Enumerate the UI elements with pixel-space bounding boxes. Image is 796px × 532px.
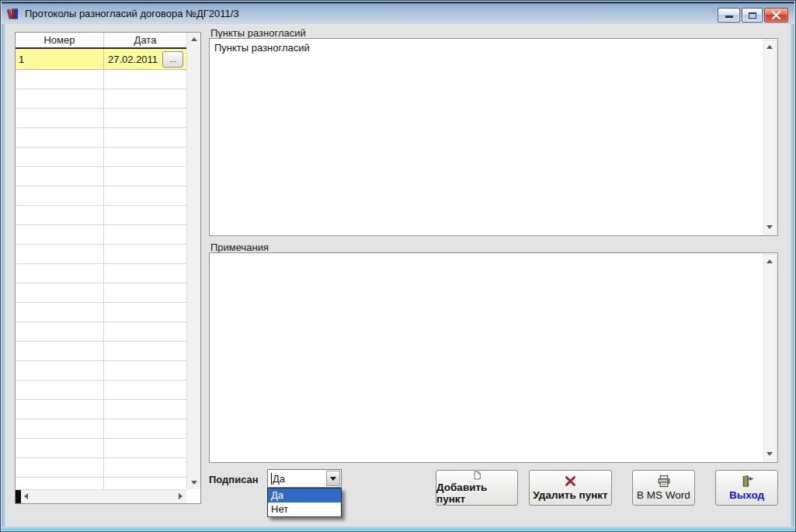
table-row[interactable] bbox=[16, 419, 186, 439]
cell-number[interactable] bbox=[16, 478, 104, 489]
cell-date[interactable] bbox=[104, 439, 186, 457]
cell-number[interactable]: 1 bbox=[16, 49, 104, 69]
cell-date[interactable] bbox=[104, 128, 186, 147]
dropdown-option-no[interactable]: Нет bbox=[268, 502, 341, 516]
cell-date[interactable] bbox=[104, 419, 186, 438]
cell-date[interactable] bbox=[104, 109, 186, 127]
table-row[interactable] bbox=[16, 89, 186, 109]
cell-date[interactable] bbox=[104, 342, 186, 360]
cell-number[interactable] bbox=[16, 128, 104, 147]
table-row[interactable] bbox=[16, 70, 186, 89]
points-text[interactable]: Пункты разногласий bbox=[210, 39, 763, 235]
scroll-down-icon[interactable] bbox=[766, 225, 773, 229]
close-button[interactable] bbox=[764, 8, 788, 23]
cell-date[interactable] bbox=[104, 381, 186, 399]
scroll-right-icon[interactable] bbox=[179, 493, 182, 499]
exit-button[interactable]: Выход bbox=[715, 470, 778, 506]
cell-date[interactable] bbox=[104, 206, 186, 224]
scroll-up-icon[interactable] bbox=[766, 45, 773, 49]
scroll-up-icon[interactable] bbox=[191, 37, 197, 41]
table-row[interactable] bbox=[16, 264, 186, 283]
scroll-up-icon[interactable] bbox=[766, 259, 773, 263]
export-word-button[interactable]: В MS Word bbox=[632, 470, 695, 506]
points-scrollbar[interactable] bbox=[763, 40, 777, 235]
cell-number[interactable] bbox=[16, 186, 104, 205]
cell-date[interactable] bbox=[104, 225, 186, 244]
cell-number[interactable] bbox=[16, 419, 104, 438]
cell-date[interactable] bbox=[104, 478, 186, 489]
notes-text[interactable] bbox=[210, 253, 763, 462]
cell-number[interactable] bbox=[16, 245, 104, 263]
cell-number[interactable] bbox=[16, 148, 104, 166]
cell-number[interactable] bbox=[16, 400, 104, 419]
table-row[interactable] bbox=[16, 361, 186, 381]
cell-number[interactable] bbox=[16, 70, 104, 89]
table-row[interactable] bbox=[16, 109, 186, 128]
table-row[interactable] bbox=[16, 400, 186, 419]
minimize-button[interactable] bbox=[718, 8, 740, 23]
column-header-date[interactable]: Дата bbox=[104, 33, 186, 47]
table-row[interactable] bbox=[16, 148, 186, 167]
cell-number[interactable] bbox=[16, 381, 104, 399]
cell-date[interactable] bbox=[104, 361, 186, 380]
table-row[interactable] bbox=[16, 206, 186, 225]
table-row[interactable] bbox=[16, 458, 186, 478]
cell-number[interactable] bbox=[16, 167, 104, 186]
cell-date[interactable] bbox=[104, 186, 186, 205]
maximize-button[interactable] bbox=[742, 8, 763, 23]
cell-date[interactable] bbox=[104, 283, 186, 302]
table-vertical-scrollbar[interactable] bbox=[186, 33, 200, 489]
table-row[interactable] bbox=[16, 439, 186, 458]
cell-date[interactable] bbox=[104, 400, 186, 419]
cell-date[interactable] bbox=[104, 89, 186, 108]
cell-number[interactable] bbox=[16, 206, 104, 224]
signed-combobox[interactable]: Да bbox=[267, 469, 342, 488]
table-row[interactable] bbox=[16, 342, 186, 361]
cell-number[interactable] bbox=[16, 458, 104, 477]
table-row[interactable] bbox=[16, 381, 186, 400]
scroll-down-icon[interactable] bbox=[766, 452, 773, 456]
cell-date[interactable] bbox=[104, 167, 186, 186]
date-picker-button[interactable]: ... bbox=[162, 51, 183, 68]
cell-date[interactable] bbox=[104, 70, 186, 89]
cell-date[interactable] bbox=[104, 245, 186, 263]
title-bar[interactable]: Протоколы разногласий договора №ДГ2011/3 bbox=[2, 2, 794, 24]
cell-number[interactable] bbox=[16, 361, 104, 380]
cell-date[interactable] bbox=[104, 322, 186, 341]
column-header-number[interactable]: Номер bbox=[16, 33, 104, 47]
cell-date[interactable] bbox=[104, 458, 186, 477]
cell-number[interactable] bbox=[16, 225, 104, 244]
table-horizontal-scrollbar[interactable] bbox=[16, 489, 186, 503]
table-row[interactable] bbox=[16, 128, 186, 148]
table-row[interactable] bbox=[16, 283, 186, 303]
table-row[interactable] bbox=[16, 245, 186, 264]
cell-number[interactable] bbox=[16, 109, 104, 127]
scroll-down-icon[interactable] bbox=[191, 481, 197, 485]
table-row[interactable] bbox=[16, 186, 186, 206]
scrollbar-thumb[interactable] bbox=[16, 490, 21, 503]
notes-scrollbar[interactable] bbox=[763, 254, 777, 461]
dropdown-option-yes[interactable]: Да bbox=[268, 489, 341, 502]
table-row[interactable] bbox=[16, 322, 186, 342]
cell-number[interactable] bbox=[16, 342, 104, 360]
cell-number[interactable] bbox=[16, 322, 104, 341]
add-item-button[interactable]: Добавить пункт bbox=[436, 470, 518, 506]
scroll-left-icon[interactable] bbox=[24, 493, 28, 499]
cell-number[interactable] bbox=[16, 264, 104, 283]
cell-date[interactable] bbox=[104, 303, 186, 322]
notes-textarea[interactable] bbox=[209, 252, 778, 463]
delete-item-button[interactable]: Удалить пункт bbox=[529, 470, 612, 506]
cell-number[interactable] bbox=[16, 89, 104, 108]
cell-date[interactable] bbox=[104, 264, 186, 283]
combo-dropdown-button[interactable] bbox=[326, 471, 340, 486]
cell-date[interactable] bbox=[104, 148, 186, 166]
table-row[interactable] bbox=[16, 303, 186, 322]
signed-value[interactable]: Да bbox=[273, 473, 285, 485]
table-row[interactable] bbox=[16, 167, 186, 186]
table-row[interactable] bbox=[16, 225, 186, 245]
table-row[interactable] bbox=[16, 478, 186, 489]
cell-number[interactable] bbox=[16, 439, 104, 457]
cell-number[interactable] bbox=[16, 283, 104, 302]
points-textarea[interactable]: Пункты разногласий bbox=[209, 38, 778, 236]
cell-number[interactable] bbox=[16, 303, 104, 322]
